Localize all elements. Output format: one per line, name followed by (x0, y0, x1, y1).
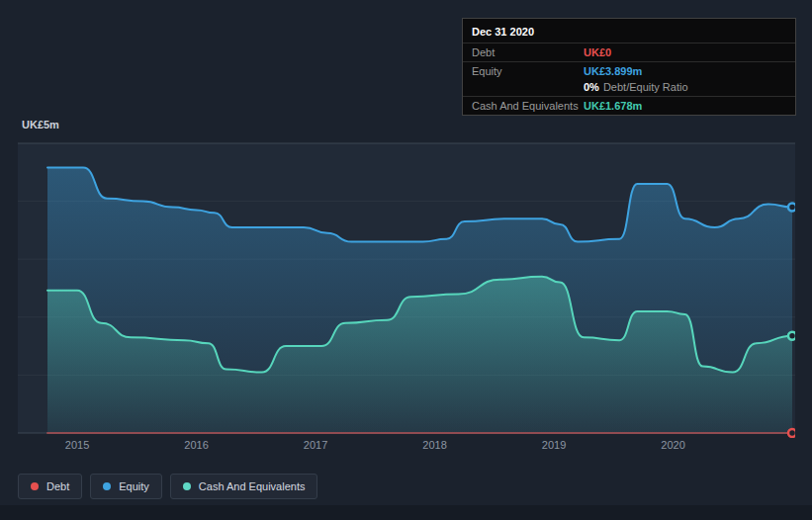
x-axis-label-2016: 2016 (184, 439, 208, 451)
chart-area[interactable] (18, 138, 795, 438)
chart-legend: DebtEquityCash And Equivalents (18, 474, 317, 499)
tooltip-label-cash: Cash And Equivalents (472, 100, 584, 112)
y-axis-max-label: UK£5m (22, 119, 59, 130)
tooltip-row-ratio: 0%Debt/Equity Ratio (463, 80, 795, 96)
x-axis-label-2017: 2017 (304, 439, 327, 451)
legend-item-equity[interactable]: Equity (90, 474, 162, 499)
tooltip-ratio-value: 0% (584, 81, 599, 93)
x-axis: 201520162017201820192020 (18, 439, 795, 453)
x-axis-label-2018: 2018 (422, 439, 446, 451)
tooltip-label-debt: Debt (472, 46, 584, 58)
x-axis-label-2020: 2020 (661, 439, 684, 451)
tooltip-value-cash: UK£1.678m (584, 100, 642, 112)
x-axis-label-2019: 2019 (542, 439, 566, 451)
tooltip-row-cash: Cash And Equivalents UK£1.678m (463, 96, 795, 115)
debt-endpoint-dot (788, 429, 795, 437)
legend-item-cash-and-equivalents[interactable]: Cash And Equivalents (170, 474, 318, 499)
legend-item-debt[interactable]: Debt (18, 474, 82, 499)
x-axis-label-2015: 2015 (65, 439, 89, 451)
legend-label: Equity (119, 480, 149, 492)
footer-strip (0, 505, 812, 520)
chart-page: Dec 31 2020 Debt UK£0 Equity UK£3.899m 0… (0, 0, 812, 520)
legend-label: Debt (46, 480, 69, 492)
tooltip-value-equity: UK£3.899m (584, 65, 642, 77)
equity-endpoint-dot (788, 204, 795, 212)
cash-and-equivalents-endpoint-dot (788, 332, 795, 340)
legend-label: Cash And Equivalents (199, 480, 306, 492)
chart-canvas[interactable] (18, 138, 795, 438)
tooltip-date: Dec 31 2020 (463, 19, 795, 43)
tooltip-label-equity: Equity (472, 65, 584, 77)
debt-dot-icon (31, 482, 39, 490)
tooltip-value-debt: UK£0 (584, 46, 611, 58)
tooltip-row-equity: Equity UK£3.899m (463, 61, 795, 80)
equity-dot-icon (103, 482, 111, 490)
chart-tooltip: Dec 31 2020 Debt UK£0 Equity UK£3.899m 0… (462, 18, 796, 116)
tooltip-row-debt: Debt UK£0 (463, 43, 795, 61)
cash-and-equivalents-dot-icon (183, 482, 191, 490)
tooltip-ratio-label: Debt/Equity Ratio (603, 81, 688, 93)
